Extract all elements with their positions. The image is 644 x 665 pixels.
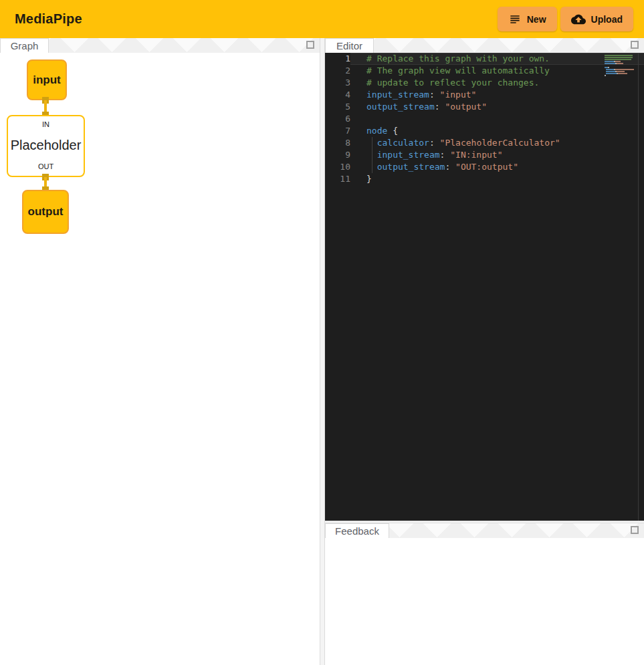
- tab-feedback[interactable]: Feedback: [325, 523, 389, 538]
- editor-tabbar: Editor: [325, 38, 644, 53]
- minimap[interactable]: [605, 55, 634, 77]
- code-line: 10 output_stream: "OUT:output": [325, 161, 644, 173]
- graph-tabbar: Graph: [0, 38, 320, 53]
- graph-node-input-label: input: [33, 74, 61, 87]
- code-line: 11}: [325, 173, 644, 185]
- editor-panel: Editor 1# Replace this graph with your o…: [325, 38, 644, 521]
- graph-node-output-label: output: [28, 205, 64, 219]
- feedback-content: [325, 538, 644, 665]
- out-port-label: OUT: [38, 162, 53, 170]
- indent-guide: [372, 137, 372, 173]
- tab-feedback-label: Feedback: [335, 525, 379, 537]
- code-line: 3# update to reflect your changes.: [325, 77, 644, 89]
- right-column: Editor 1# Replace this graph with your o…: [325, 38, 644, 665]
- main-area: Graph input IN Placeholder OUT output: [0, 38, 644, 665]
- upload-button[interactable]: Upload: [560, 7, 633, 31]
- feedback-tabbar: Feedback: [325, 523, 644, 538]
- graph-canvas[interactable]: input IN Placeholder OUT output: [0, 53, 320, 665]
- tab-graph-label: Graph: [11, 40, 39, 51]
- code-line: 8 calculator: "PlaceholderCalculator": [325, 137, 644, 149]
- new-button-label: New: [527, 14, 546, 25]
- code-line: 4input_stream: "input": [325, 89, 644, 101]
- tab-editor[interactable]: Editor: [325, 38, 374, 53]
- code-line: 5output_stream: "output": [325, 101, 644, 113]
- code-line: 1# Replace this graph with your own.: [325, 53, 644, 65]
- graph-maximize-icon[interactable]: [306, 41, 314, 49]
- app-title: MediaPipe: [15, 11, 82, 27]
- tab-graph[interactable]: Graph: [0, 38, 49, 53]
- code-lines: 1# Replace this graph with your own.2# T…: [325, 53, 644, 185]
- upload-button-label: Upload: [591, 14, 623, 25]
- graph-panel: Graph input IN Placeholder OUT output: [0, 38, 320, 665]
- code-line: 7node {: [325, 125, 644, 137]
- editor-decoration-line: [638, 53, 639, 521]
- graph-node-input[interactable]: input: [27, 59, 67, 100]
- tab-editor-label: Editor: [336, 40, 362, 51]
- app-header: MediaPipe New Upload: [0, 0, 644, 38]
- code-line: 9 input_stream: "IN:input": [325, 149, 644, 161]
- code-line: 2# The graph view will automatically: [325, 65, 644, 77]
- feedback-panel: Feedback: [325, 523, 644, 665]
- code-line: 6: [325, 113, 644, 125]
- graph-node-placeholder[interactable]: IN Placeholder OUT: [7, 115, 85, 177]
- panel-resizer-vertical[interactable]: [320, 38, 325, 665]
- code-editor[interactable]: 1# Replace this graph with your own.2# T…: [325, 53, 644, 521]
- new-button[interactable]: New: [498, 7, 557, 31]
- graph-node-placeholder-label: Placeholder: [11, 138, 82, 153]
- editor-maximize-icon[interactable]: [631, 41, 639, 49]
- cloud-upload-icon: [571, 12, 586, 27]
- in-port-label: IN: [42, 120, 49, 128]
- graph-node-output[interactable]: output: [22, 190, 69, 234]
- subject-icon: [508, 13, 522, 26]
- feedback-maximize-icon[interactable]: [631, 526, 639, 534]
